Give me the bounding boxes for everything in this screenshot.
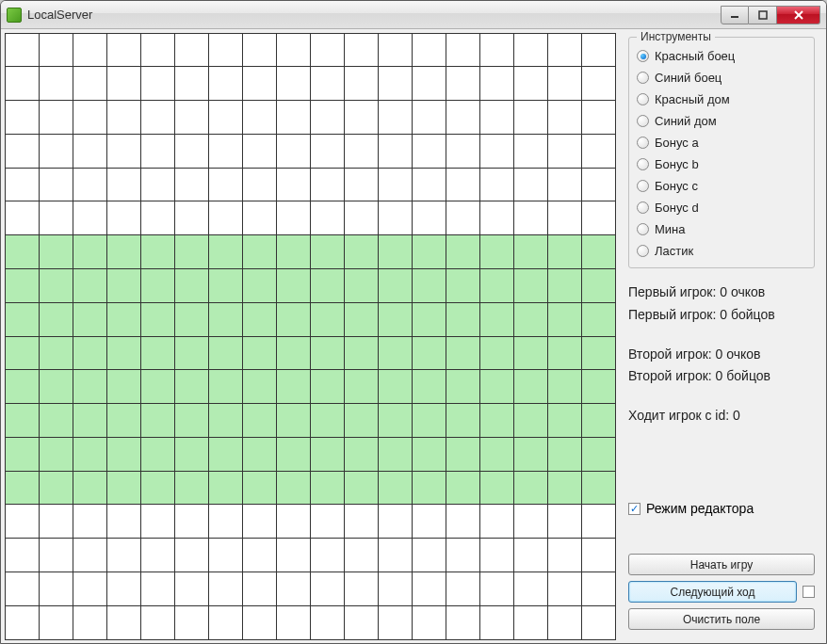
grid-cell[interactable] bbox=[242, 134, 277, 169]
grid-cell[interactable] bbox=[39, 538, 73, 572]
grid-cell[interactable] bbox=[344, 268, 379, 303]
grid-cell[interactable] bbox=[446, 336, 480, 371]
grid-cell[interactable] bbox=[276, 369, 311, 404]
grid-cell[interactable] bbox=[547, 605, 582, 640]
grid-cell[interactable] bbox=[513, 302, 548, 337]
grid-cell[interactable] bbox=[242, 605, 277, 640]
grid-cell[interactable] bbox=[547, 234, 582, 269]
grid-cell[interactable] bbox=[513, 471, 548, 506]
grid-cell[interactable] bbox=[513, 336, 548, 371]
grid-cell[interactable] bbox=[39, 572, 73, 606]
tool-option[interactable]: Бонус c bbox=[637, 175, 806, 197]
grid-cell[interactable] bbox=[276, 504, 311, 539]
grid-cell[interactable] bbox=[378, 471, 413, 506]
grid-cell[interactable] bbox=[310, 268, 345, 303]
grid-cell[interactable] bbox=[174, 234, 209, 269]
grid-cell[interactable] bbox=[5, 66, 40, 101]
grid-cell[interactable] bbox=[208, 572, 243, 606]
grid-cell[interactable] bbox=[140, 403, 175, 438]
grid-cell[interactable] bbox=[73, 302, 107, 337]
grid-cell[interactable] bbox=[378, 100, 413, 135]
grid-cell[interactable] bbox=[513, 201, 548, 235]
grid-cell[interactable] bbox=[140, 234, 175, 269]
grid-cell[interactable] bbox=[276, 572, 311, 606]
grid-cell[interactable] bbox=[446, 369, 480, 404]
grid-cell[interactable] bbox=[412, 302, 446, 337]
grid-cell[interactable] bbox=[344, 66, 379, 101]
grid-cell[interactable] bbox=[378, 403, 413, 438]
grid-cell[interactable] bbox=[513, 538, 548, 572]
grid-cell[interactable] bbox=[344, 403, 379, 438]
grid-cell[interactable] bbox=[73, 268, 107, 303]
grid-cell[interactable] bbox=[39, 201, 73, 235]
grid-cell[interactable] bbox=[140, 369, 175, 404]
grid-cell[interactable] bbox=[242, 538, 277, 572]
grid-cell[interactable] bbox=[446, 605, 480, 640]
maximize-button[interactable] bbox=[749, 6, 777, 24]
grid-cell[interactable] bbox=[446, 471, 480, 506]
grid-cell[interactable] bbox=[140, 605, 175, 640]
grid-cell[interactable] bbox=[344, 168, 379, 202]
grid-cell[interactable] bbox=[479, 268, 514, 303]
grid-cell[interactable] bbox=[174, 437, 209, 472]
grid-cell[interactable] bbox=[310, 201, 345, 235]
grid-cell[interactable] bbox=[513, 504, 548, 539]
grid-cell[interactable] bbox=[479, 33, 514, 68]
grid-cell[interactable] bbox=[5, 234, 40, 269]
grid-cell[interactable] bbox=[412, 504, 446, 539]
grid-cell[interactable] bbox=[39, 369, 73, 404]
grid-cell[interactable] bbox=[242, 268, 277, 303]
grid-cell[interactable] bbox=[106, 437, 141, 472]
grid-cell[interactable] bbox=[73, 336, 107, 371]
grid-cell[interactable] bbox=[39, 33, 73, 68]
grid-cell[interactable] bbox=[412, 33, 446, 68]
grid-cell[interactable] bbox=[513, 33, 548, 68]
grid-cell[interactable] bbox=[378, 134, 413, 169]
grid-cell[interactable] bbox=[581, 369, 616, 404]
minimize-button[interactable] bbox=[721, 6, 749, 24]
grid-cell[interactable] bbox=[412, 538, 446, 572]
grid-cell[interactable] bbox=[547, 168, 582, 202]
grid-cell[interactable] bbox=[310, 234, 345, 269]
grid-cell[interactable] bbox=[208, 336, 243, 371]
grid-cell[interactable] bbox=[378, 168, 413, 202]
grid-cell[interactable] bbox=[446, 201, 480, 235]
grid-cell[interactable] bbox=[412, 336, 446, 371]
grid-cell[interactable] bbox=[378, 33, 413, 68]
grid-cell[interactable] bbox=[446, 437, 480, 472]
grid-cell[interactable] bbox=[446, 168, 480, 202]
grid-cell[interactable] bbox=[174, 100, 209, 135]
editor-mode-row[interactable]: ✓ Режим редактора bbox=[628, 501, 815, 516]
grid-cell[interactable] bbox=[479, 605, 514, 640]
grid-cell[interactable] bbox=[276, 437, 311, 472]
grid-cell[interactable] bbox=[39, 605, 73, 640]
grid-cell[interactable] bbox=[276, 100, 311, 135]
grid-cell[interactable] bbox=[581, 33, 616, 68]
grid-cell[interactable] bbox=[208, 268, 243, 303]
grid-cell[interactable] bbox=[140, 100, 175, 135]
grid-cell[interactable] bbox=[547, 437, 582, 472]
grid-cell[interactable] bbox=[310, 336, 345, 371]
grid-cell[interactable] bbox=[513, 66, 548, 101]
grid-cell[interactable] bbox=[73, 605, 107, 640]
grid-cell[interactable] bbox=[242, 471, 277, 506]
grid-cell[interactable] bbox=[378, 369, 413, 404]
grid-cell[interactable] bbox=[310, 572, 345, 606]
grid-cell[interactable] bbox=[412, 168, 446, 202]
grid-cell[interactable] bbox=[73, 100, 107, 135]
grid-cell[interactable] bbox=[174, 605, 209, 640]
grid-cell[interactable] bbox=[378, 268, 413, 303]
grid-cell[interactable] bbox=[174, 33, 209, 68]
grid-cell[interactable] bbox=[310, 369, 345, 404]
grid-cell[interactable] bbox=[5, 504, 40, 539]
grid-cell[interactable] bbox=[310, 471, 345, 506]
grid-cell[interactable] bbox=[547, 134, 582, 169]
grid-cell[interactable] bbox=[513, 268, 548, 303]
grid-cell[interactable] bbox=[140, 336, 175, 371]
grid-cell[interactable] bbox=[5, 369, 40, 404]
grid-cell[interactable] bbox=[5, 302, 40, 337]
grid-cell[interactable] bbox=[344, 201, 379, 235]
grid-cell[interactable] bbox=[581, 336, 616, 371]
grid-cell[interactable] bbox=[73, 403, 107, 438]
grid-cell[interactable] bbox=[106, 302, 141, 337]
